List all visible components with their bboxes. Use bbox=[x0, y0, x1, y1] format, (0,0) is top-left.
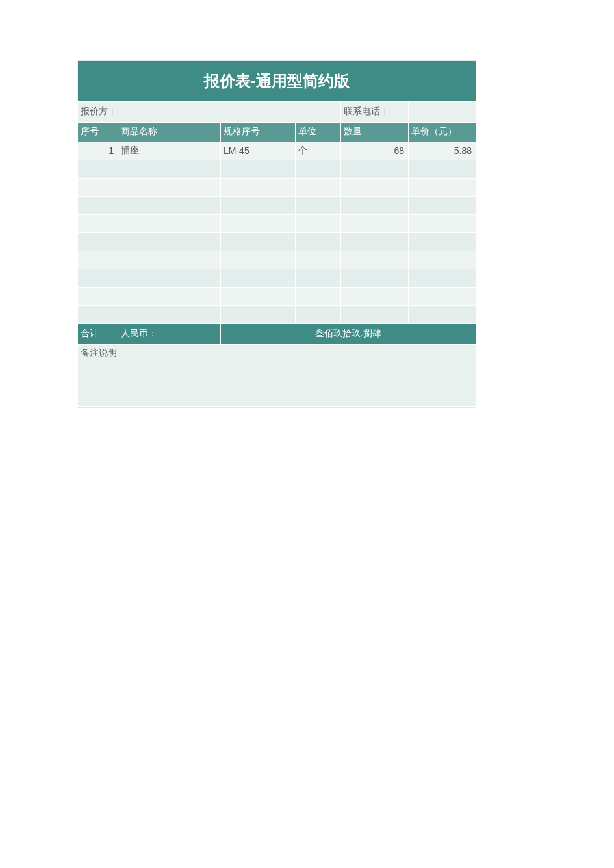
col-spec: 规格序号 bbox=[221, 122, 296, 142]
cell-spec[interactable] bbox=[221, 269, 296, 287]
cell-spec[interactable] bbox=[221, 305, 296, 323]
cell-price[interactable] bbox=[409, 269, 476, 287]
cell-spec[interactable] bbox=[221, 160, 296, 178]
cell-price[interactable] bbox=[409, 232, 476, 251]
cell-unit[interactable] bbox=[296, 287, 341, 305]
cell-qty[interactable] bbox=[341, 269, 409, 287]
cell-unit[interactable] bbox=[296, 251, 341, 269]
cell-spec[interactable] bbox=[221, 287, 296, 305]
cell-qty[interactable] bbox=[341, 251, 409, 269]
quotation-table: 报价表-通用型简约版 报价方： 联系电话： 序号 商品名称 规格序号 单位 数量… bbox=[77, 61, 476, 407]
quoter-label: 报价方： bbox=[78, 101, 118, 122]
cell-seq[interactable] bbox=[78, 251, 118, 269]
cell-price[interactable] bbox=[409, 196, 476, 214]
total-amount-cn: 叁佰玖拾玖.捌肆 bbox=[221, 323, 476, 344]
cell-seq[interactable] bbox=[78, 196, 118, 214]
sheet-title: 报价表-通用型简约版 bbox=[78, 61, 476, 101]
cell-seq[interactable] bbox=[78, 160, 118, 178]
col-unit: 单位 bbox=[296, 122, 341, 142]
cell-unit[interactable] bbox=[296, 160, 341, 178]
table-row bbox=[78, 160, 476, 178]
cell-seq[interactable] bbox=[78, 178, 118, 196]
phone-value[interactable] bbox=[409, 101, 476, 122]
phone-label: 联系电话： bbox=[341, 101, 409, 122]
cell-name[interactable] bbox=[118, 251, 221, 269]
cell-unit[interactable] bbox=[296, 178, 341, 196]
cell-qty[interactable] bbox=[341, 178, 409, 196]
cell-qty[interactable] bbox=[341, 232, 409, 251]
cell-qty[interactable] bbox=[341, 196, 409, 214]
cell-price[interactable] bbox=[409, 287, 476, 305]
col-seq: 序号 bbox=[78, 122, 118, 142]
cell-spec[interactable] bbox=[221, 232, 296, 251]
cell-spec[interactable]: LM-45 bbox=[221, 142, 296, 160]
info-row: 报价方： 联系电话： bbox=[78, 101, 476, 122]
cell-seq[interactable] bbox=[78, 269, 118, 287]
cell-qty[interactable] bbox=[341, 214, 409, 232]
cell-qty[interactable]: 68 bbox=[341, 142, 409, 160]
cell-spec[interactable] bbox=[221, 214, 296, 232]
cell-price[interactable] bbox=[409, 160, 476, 178]
table-row bbox=[78, 251, 476, 269]
col-qty: 数量 bbox=[341, 122, 409, 142]
table-row bbox=[78, 196, 476, 214]
total-currency-label: 人民币： bbox=[118, 323, 221, 344]
cell-qty[interactable] bbox=[341, 305, 409, 323]
cell-unit[interactable] bbox=[296, 305, 341, 323]
cell-spec[interactable] bbox=[221, 178, 296, 196]
notes-label: 备注说明 bbox=[78, 344, 118, 406]
quoter-value[interactable] bbox=[118, 101, 341, 122]
cell-name[interactable] bbox=[118, 214, 221, 232]
cell-unit[interactable]: 个 bbox=[296, 142, 341, 160]
cell-qty[interactable] bbox=[341, 287, 409, 305]
cell-spec[interactable] bbox=[221, 251, 296, 269]
cell-seq[interactable]: 1 bbox=[78, 142, 118, 160]
quotation-sheet: 报价表-通用型简约版 报价方： 联系电话： 序号 商品名称 规格序号 单位 数量… bbox=[77, 60, 475, 408]
table-row bbox=[78, 269, 476, 287]
cell-name[interactable] bbox=[118, 178, 221, 196]
cell-unit[interactable] bbox=[296, 269, 341, 287]
table-row bbox=[78, 287, 476, 305]
title-row: 报价表-通用型简约版 bbox=[78, 61, 476, 101]
cell-seq[interactable] bbox=[78, 214, 118, 232]
cell-name[interactable] bbox=[118, 287, 221, 305]
notes-row: 备注说明 bbox=[78, 344, 476, 406]
cell-qty[interactable] bbox=[341, 160, 409, 178]
table-row bbox=[78, 214, 476, 232]
cell-name[interactable] bbox=[118, 160, 221, 178]
cell-seq[interactable] bbox=[78, 232, 118, 251]
cell-price[interactable] bbox=[409, 305, 476, 323]
cell-price[interactable]: 5.88 bbox=[409, 142, 476, 160]
table-row bbox=[78, 305, 476, 323]
column-header-row: 序号 商品名称 规格序号 单位 数量 单价（元） bbox=[78, 122, 476, 142]
table-row bbox=[78, 178, 476, 196]
cell-unit[interactable] bbox=[296, 232, 341, 251]
cell-spec[interactable] bbox=[221, 196, 296, 214]
total-row: 合计 人民币： 叁佰玖拾玖.捌肆 bbox=[78, 323, 476, 344]
table-row: 1插座LM-45个685.88 bbox=[78, 142, 476, 160]
cell-price[interactable] bbox=[409, 214, 476, 232]
cell-price[interactable] bbox=[409, 251, 476, 269]
total-label: 合计 bbox=[78, 323, 118, 344]
col-name: 商品名称 bbox=[118, 122, 221, 142]
cell-seq[interactable] bbox=[78, 305, 118, 323]
cell-price[interactable] bbox=[409, 178, 476, 196]
cell-unit[interactable] bbox=[296, 196, 341, 214]
col-price: 单价（元） bbox=[409, 122, 476, 142]
cell-seq[interactable] bbox=[78, 287, 118, 305]
table-row bbox=[78, 232, 476, 251]
cell-name[interactable] bbox=[118, 232, 221, 251]
cell-name[interactable] bbox=[118, 196, 221, 214]
cell-name[interactable] bbox=[118, 305, 221, 323]
cell-name[interactable] bbox=[118, 269, 221, 287]
cell-name[interactable]: 插座 bbox=[118, 142, 221, 160]
cell-unit[interactable] bbox=[296, 214, 341, 232]
notes-value[interactable] bbox=[118, 344, 476, 406]
